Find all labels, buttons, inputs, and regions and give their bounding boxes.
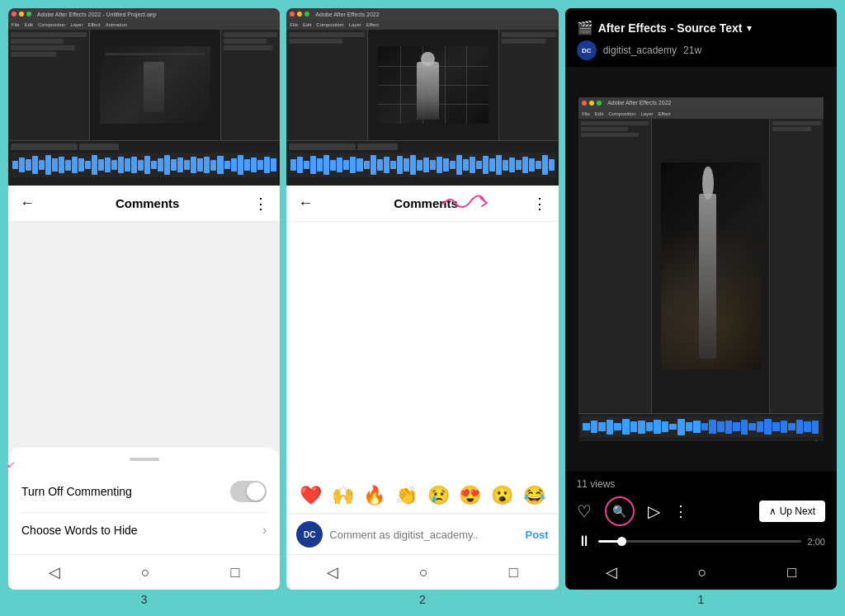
phone-nav-1: ◁ ○ □	[565, 555, 837, 590]
up-next-label: Up Next	[780, 505, 815, 517]
ae-titlebar-2: Adobe After Effects 2022	[286, 8, 558, 20]
phone-nav-2: ◁ ○ □	[286, 554, 558, 590]
search-icon: 🔍	[612, 505, 626, 518]
sheet-item-commenting: ↙ Turn Off Commenting	[8, 471, 280, 512]
nav-back-1[interactable]: ◁	[596, 562, 627, 583]
panel-2: Adobe After Effects 2022 File Edit Compo…	[286, 8, 558, 590]
progress-bar[interactable]	[598, 540, 801, 543]
ae-right-panel-yt	[769, 119, 823, 413]
waveform-bars-yt	[581, 416, 820, 437]
back-button-3[interactable]: ←	[20, 195, 35, 212]
ae-dot-yellow-2	[297, 12, 302, 16]
emoji-heart[interactable]: ❤️	[300, 485, 322, 506]
yt-ae-screen: Adobe After Effects 2022 File Edit Compo…	[578, 97, 823, 441]
panel-1: 🎬 After Effects - Source Text ▾ DC digit…	[565, 8, 837, 590]
ae-preview-3	[90, 30, 220, 140]
clapperboard-icon: 🎬	[577, 20, 593, 35]
back-button-2[interactable]: ←	[298, 195, 313, 212]
video-area-2: Adobe After Effects 2022 File Edit Compo…	[286, 8, 558, 186]
comment-input[interactable]	[329, 529, 518, 541]
comments-header-2: ← Comments ⋮	[286, 186, 558, 222]
nav-square-2[interactable]: □	[499, 562, 528, 583]
ae-menu-layer: Layer	[70, 22, 83, 27]
emoji-raise-hands[interactable]: 🙌	[332, 485, 354, 506]
ae-menubar-yt: File Edit Composition Layer Effect	[578, 109, 823, 119]
nav-back-2[interactable]: ◁	[317, 562, 348, 583]
ae-workspace-2	[286, 30, 558, 140]
nav-home-1[interactable]: ○	[687, 562, 716, 583]
annotation-label: ↙	[8, 459, 14, 470]
ae-dot-red	[12, 12, 17, 16]
up-next-button[interactable]: ∧ Up Next	[759, 501, 825, 522]
more-options-button[interactable]: ⋮	[673, 502, 688, 520]
more-dots-2[interactable]: ⋮	[532, 195, 547, 213]
chevron-right-icon: ›	[262, 523, 267, 538]
sheet-item-words[interactable]: Choose Words to Hide ›	[8, 513, 280, 548]
nav-square-1[interactable]: □	[777, 562, 806, 583]
toggle-thumb	[247, 482, 265, 501]
phone-nav-3: ◁ ○ □	[8, 554, 280, 590]
ae-titlebar-yt: Adobe After Effects 2022	[578, 97, 823, 109]
nav-home-2[interactable]: ○	[409, 562, 438, 583]
ae-preview-yt	[652, 119, 769, 413]
ae-menu-comp: Composition	[38, 22, 65, 27]
ae-waveform-yt	[581, 416, 820, 437]
pause-button[interactable]: ⏸	[577, 533, 592, 550]
video-area-3: Adobe After Effects 2022 - Untitled Proj…	[8, 8, 280, 186]
nav-back-3[interactable]: ◁	[39, 562, 70, 583]
yt-channel-row: DC digitist_academy 21w	[577, 40, 825, 60]
commenter-avatar: DC	[296, 521, 323, 548]
scribble-annotation	[439, 191, 489, 216]
yt-header: 🎬 After Effects - Source Text ▾ DC digit…	[565, 8, 837, 67]
panel-2-wrapper: Adobe After Effects 2022 File Edit Compo…	[286, 8, 558, 608]
dropdown-arrow-icon[interactable]: ▾	[747, 22, 752, 34]
fullscreen-area: ⤢	[581, 437, 820, 441]
fullscreen-icon[interactable]: ⤢	[812, 439, 819, 441]
yt-progress-row: ⏸ 2:00	[565, 531, 837, 555]
ae-menu-anim: Animation	[106, 22, 128, 27]
panel-number-3: 3	[8, 590, 280, 608]
ae-preview-2	[368, 30, 498, 140]
panel-number-2: 2	[286, 590, 558, 608]
waveform-bars-2	[289, 153, 555, 177]
yt-video-area: Adobe After Effects 2022 File Edit Compo…	[565, 67, 837, 472]
post-button[interactable]: Post	[525, 529, 548, 541]
toggle-commenting[interactable]	[230, 481, 267, 502]
ae-preview-image-3	[100, 46, 210, 124]
emoji-cry[interactable]: 😢	[427, 485, 450, 506]
panel-3-wrapper: Adobe After Effects 2022 - Untitled Proj…	[8, 8, 280, 608]
yt-title-row: 🎬 After Effects - Source Text ▾	[577, 20, 825, 35]
ae-menu-edit: Edit	[25, 22, 33, 27]
panel-1-wrapper: 🎬 After Effects - Source Text ▾ DC digit…	[565, 8, 837, 608]
emoji-laugh[interactable]: 😂	[523, 485, 545, 506]
ae-menu-file: File	[12, 22, 20, 27]
ae-left-panel-3	[8, 30, 90, 140]
ae-dot-green-yt	[597, 101, 602, 106]
nav-home-3[interactable]: ○	[131, 562, 160, 583]
ae-title-text: Adobe After Effects 2022 - Untitled Proj…	[37, 12, 157, 17]
more-dots-3[interactable]: ⋮	[253, 195, 268, 213]
yt-controls-row: ♡ 🔍 ▷ ⋮ ∧ Up Next	[565, 493, 837, 531]
nav-square-3[interactable]: □	[221, 562, 250, 583]
search-circle-button[interactable]: 🔍	[605, 496, 635, 526]
progress-fill	[598, 540, 623, 543]
turn-off-label: Turn Off Commenting	[21, 485, 132, 498]
like-button[interactable]: ♡	[577, 501, 592, 521]
emoji-clap[interactable]: 👏	[395, 485, 418, 506]
yt-channel-avatar: DC	[577, 40, 597, 60]
ae-dot-green	[26, 12, 31, 16]
emoji-wow[interactable]: 😮	[491, 485, 513, 506]
emoji-fire[interactable]: 🔥	[363, 485, 385, 506]
chevron-up-icon: ∧	[769, 505, 777, 517]
emoji-heart-eyes[interactable]: 😍	[459, 485, 481, 506]
yt-channel-name: digitist_academy	[603, 45, 677, 56]
waveform-bars-3	[11, 153, 277, 177]
comments-title-3: Comments	[41, 196, 253, 210]
comment-input-row: DC Post	[286, 514, 558, 554]
ae-preview-image-2	[378, 46, 489, 124]
ae-dot-yellow	[19, 12, 24, 16]
share-button[interactable]: ▷	[648, 501, 660, 521]
ae-preview-image-yt	[661, 162, 761, 369]
ae-dot-yellow-yt	[589, 101, 594, 106]
ae-timeline-2	[286, 140, 558, 186]
